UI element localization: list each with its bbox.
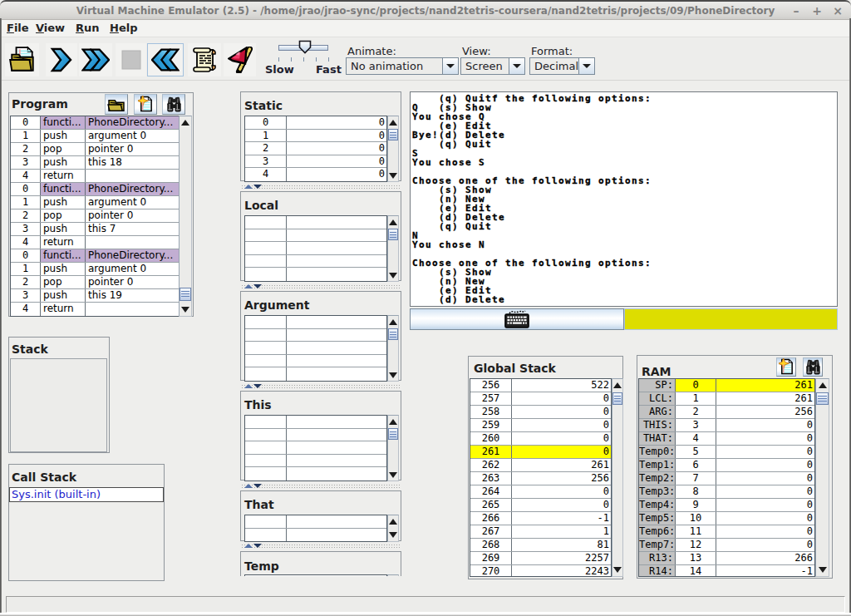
split-divider[interactable]: [240, 483, 401, 489]
ram-scrollbar[interactable]: [815, 378, 829, 577]
cell-index[interactable]: 0: [11, 183, 41, 195]
cell-arg[interactable]: [86, 170, 179, 182]
cell-value[interactable]: [287, 515, 386, 528]
cell-value[interactable]: 0: [287, 168, 386, 181]
table-row[interactable]: 267 1: [470, 525, 611, 539]
cell-value[interactable]: [287, 367, 386, 381]
cell-address[interactable]: [245, 229, 287, 242]
keyboard-button[interactable]: [410, 308, 624, 330]
table-row[interactable]: [245, 242, 386, 255]
program-row[interactable]: 0 functi... PhoneDirectory...: [11, 249, 179, 263]
table-row[interactable]: Temp7: 12 0: [639, 539, 814, 552]
program-row[interactable]: 2 pop pointer 0: [11, 276, 179, 289]
table-row[interactable]: Temp1: 6 0: [639, 459, 814, 472]
program-row[interactable]: 0 functi... PhoneDirectory...: [11, 183, 179, 196]
table-row[interactable]: Temp0: 5 0: [639, 446, 814, 459]
cell-value[interactable]: [287, 441, 386, 454]
scroll-up-button[interactable]: [180, 116, 191, 129]
cell-value[interactable]: 0: [512, 446, 611, 458]
cell-address[interactable]: [245, 441, 287, 454]
table-row[interactable]: 261 0: [470, 446, 611, 459]
speed-slider-thumb[interactable]: [298, 40, 312, 57]
ram-clear-button[interactable]: [776, 357, 796, 377]
cell-command[interactable]: push: [41, 289, 86, 302]
scrollbar-thumb[interactable]: [388, 328, 398, 340]
scroll-up-button[interactable]: [388, 116, 398, 128]
table-row[interactable]: 270 2243: [470, 565, 611, 577]
cell-address[interactable]: [245, 467, 287, 480]
run-button[interactable]: [79, 43, 112, 76]
table-row[interactable]: [245, 429, 386, 442]
cell-value[interactable]: 0: [512, 392, 611, 405]
table-row[interactable]: [245, 255, 386, 269]
stop-button[interactable]: [116, 43, 146, 76]
cell-index[interactable]: 0: [11, 249, 41, 262]
table-row[interactable]: 4 0: [245, 168, 386, 181]
program-row[interactable]: 1 push argument 0: [11, 196, 179, 209]
table-row[interactable]: ARG: 2 256: [639, 406, 814, 419]
table-row[interactable]: [245, 216, 386, 229]
cell-address[interactable]: 262: [470, 459, 512, 471]
cell-address[interactable]: 270: [470, 565, 512, 577]
table-row[interactable]: [245, 268, 386, 281]
cell-arg[interactable]: PhoneDirectory...: [86, 183, 179, 195]
cell-index[interactable]: 3: [11, 289, 41, 302]
program-open-button[interactable]: [105, 94, 128, 115]
scroll-up-button[interactable]: [388, 316, 398, 328]
title-bar[interactable]: Virtual Machine Emulator (2.5) - /home/j…: [0, 0, 851, 20]
cell-address[interactable]: 257: [470, 392, 512, 405]
scrollbar-thumb[interactable]: [388, 428, 398, 440]
cell-value[interactable]: [287, 416, 386, 428]
cell-value[interactable]: 261: [716, 379, 814, 392]
cell-address[interactable]: 260: [470, 432, 512, 445]
cell-value[interactable]: [287, 467, 386, 480]
combo-arrow-icon[interactable]: [509, 58, 524, 74]
table-row[interactable]: 260 0: [470, 432, 611, 446]
menu-item[interactable]: View: [36, 22, 65, 34]
scroll-up-button[interactable]: [388, 515, 398, 528]
cell-address[interactable]: 269: [470, 552, 512, 564]
program-row[interactable]: 0 functi... PhoneDirectory...: [11, 116, 179, 130]
table-row[interactable]: [245, 515, 386, 529]
cell-arg[interactable]: [86, 236, 179, 249]
cell-address[interactable]: [245, 529, 287, 542]
cell-arg[interactable]: PhoneDirectory...: [86, 116, 179, 129]
view-select[interactable]: Screen: [460, 57, 525, 75]
cell-command[interactable]: return: [41, 303, 86, 316]
cell-command[interactable]: push: [41, 223, 86, 235]
cell-value[interactable]: 81: [512, 539, 611, 551]
cell-address[interactable]: [245, 216, 287, 229]
cell-value[interactable]: [287, 329, 386, 342]
divider-down-icon[interactable]: [253, 185, 262, 189]
cell-value[interactable]: 256: [716, 406, 814, 418]
cell-arg[interactable]: pointer 0: [86, 276, 179, 288]
table-row[interactable]: Temp2: 7 0: [639, 472, 814, 485]
local-scrollbar[interactable]: [387, 215, 399, 282]
minimize-button[interactable]: –: [790, 2, 803, 19]
table-row[interactable]: R14: 14 -1: [639, 565, 814, 577]
divider-up-icon[interactable]: [244, 544, 253, 548]
table-row[interactable]: 259 0: [470, 419, 611, 432]
divider-up-icon[interactable]: [244, 185, 253, 189]
call-stack-item[interactable]: Sys.init (built-in): [9, 487, 164, 502]
cell-address[interactable]: [245, 355, 287, 367]
single-step-button[interactable]: [46, 43, 77, 76]
cell-value[interactable]: 0: [512, 432, 611, 445]
cell-value[interactable]: [287, 316, 386, 328]
cell-address[interactable]: [245, 416, 287, 428]
divider-up-icon[interactable]: [244, 484, 253, 488]
cell-command[interactable]: pop: [41, 209, 86, 222]
cell-address[interactable]: [245, 515, 287, 528]
cell-value[interactable]: [287, 529, 386, 542]
scroll-down-button[interactable]: [388, 170, 398, 181]
cell-arg[interactable]: PhoneDirectory...: [86, 249, 179, 262]
cell-address[interactable]: 3: [676, 419, 716, 431]
program-search-button[interactable]: [162, 94, 185, 115]
table-row[interactable]: 264 0: [470, 485, 611, 499]
cell-value[interactable]: 522: [512, 379, 611, 392]
table-row[interactable]: 262 261: [470, 459, 611, 472]
table-row[interactable]: [245, 229, 386, 243]
table-row[interactable]: [245, 316, 386, 329]
animate-select[interactable]: No animation: [346, 57, 459, 75]
table-row[interactable]: 265 0: [470, 499, 611, 512]
